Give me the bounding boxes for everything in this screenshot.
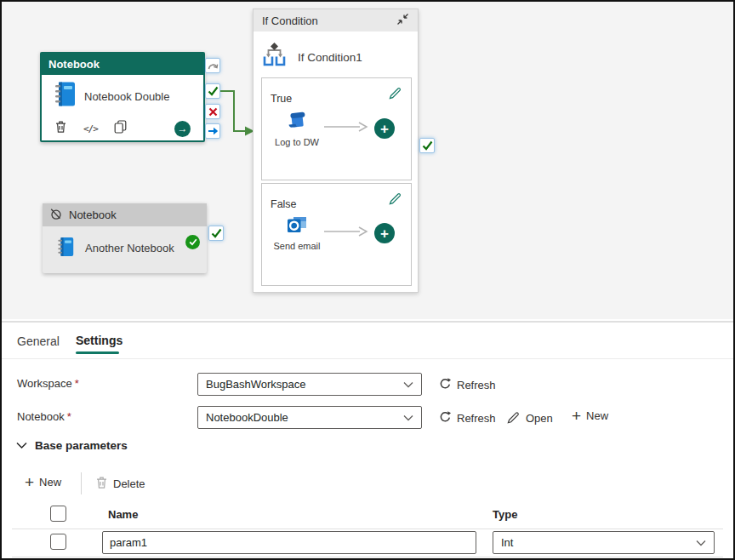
notebook-open-button[interactable]: Open (507, 410, 553, 426)
activity-name: Another Notebook (85, 242, 174, 254)
notebook-label: Notebook* (17, 410, 71, 423)
canvas-panel-divider (2, 321, 733, 323)
deactivated-icon (49, 208, 62, 223)
notebook-icon (53, 81, 76, 111)
false-branch-box[interactable]: False (261, 183, 412, 286)
false-branch-label: False (271, 198, 297, 210)
activity-card-notebook-double[interactable]: Notebook Notebook Double (40, 52, 205, 142)
tab-settings[interactable]: Settings (76, 334, 122, 347)
add-false-activity-button[interactable]: + (374, 223, 395, 243)
table-row-divider (12, 557, 723, 557)
column-header-name: Name (108, 508, 138, 521)
edit-false-branch-icon[interactable] (389, 191, 402, 209)
port-success-icon[interactable] (205, 83, 220, 99)
refresh-icon (438, 410, 452, 426)
port-completion-icon[interactable] (205, 123, 220, 139)
required-asterisk: * (75, 377, 79, 390)
if-condition-header: If Condition (254, 9, 418, 31)
true-branch-activity[interactable]: Log to DW (271, 110, 323, 147)
notebook-refresh-button[interactable]: Refresh (438, 410, 496, 426)
open-activity-icon[interactable]: → (174, 121, 191, 137)
edit-true-branch-icon[interactable] (389, 86, 402, 103)
port-skip-icon[interactable] (205, 58, 220, 73)
refresh-icon (438, 377, 452, 393)
chevron-down-icon (696, 536, 706, 549)
pencil-icon (507, 410, 521, 426)
outlook-icon (287, 215, 307, 238)
false-branch-activity[interactable]: Send email (271, 215, 323, 251)
activity-toolbar: </> → (42, 120, 203, 137)
activity-type-label: Notebook (48, 58, 100, 71)
chevron-down-icon (16, 439, 27, 452)
workspace-label: Workspace* (17, 377, 79, 390)
required-asterisk: * (67, 410, 71, 423)
activity-type-header: Notebook (42, 54, 203, 75)
base-parameters-section-toggle[interactable]: Base parameters (16, 439, 128, 452)
chevron-down-icon (403, 378, 413, 391)
workspace-dropdown[interactable]: BugBashWorkspace (197, 373, 422, 396)
true-branch-box[interactable]: True (261, 77, 412, 180)
notebook-dropdown[interactable]: NotebookDouble (197, 406, 422, 429)
notebook-new-button[interactable]: + New (572, 409, 608, 422)
false-activity-name: Send email (273, 241, 320, 251)
select-all-checkbox[interactable] (50, 506, 66, 522)
parameter-type-value: Int (501, 536, 513, 549)
code-icon[interactable]: </> (83, 123, 98, 134)
pipeline-designer-window: Notebook Notebook Double (0, 0, 735, 560)
success-connector-edge[interactable] (220, 84, 256, 140)
tab-strip-border (2, 358, 733, 359)
delete-activity-icon[interactable] (54, 120, 67, 137)
parameter-delete-button[interactable]: Delete (95, 476, 145, 492)
true-activity-name: Log to DW (275, 137, 319, 147)
another-notebook-success-port-icon[interactable] (208, 226, 224, 241)
activity-name: Notebook Double (84, 90, 169, 103)
plus-icon: + (572, 410, 581, 422)
activity-type-label: Notebook (69, 209, 117, 221)
parameter-new-button[interactable]: + New (25, 476, 61, 489)
if-condition-success-port-icon[interactable] (419, 138, 435, 153)
if-condition-title-row: If Condition1 (263, 42, 362, 73)
if-condition-name: If Condition1 (298, 51, 362, 64)
pipeline-canvas[interactable]: Notebook Notebook Double (2, 2, 733, 319)
notebook-dropdown-value: NotebookDouble (206, 411, 288, 424)
chevron-down-icon (403, 411, 413, 424)
if-condition-icon (263, 42, 286, 73)
trash-icon (95, 476, 108, 492)
branch-arrow-icon (323, 121, 368, 136)
table-header-divider (12, 529, 723, 529)
collapse-icon[interactable] (396, 13, 409, 28)
plus-icon: + (25, 477, 34, 489)
column-header-type: Type (493, 508, 517, 521)
clone-icon[interactable] (114, 120, 127, 137)
deactivated-activity-header: Notebook (43, 203, 207, 226)
success-status-badge-icon (185, 235, 200, 249)
activity-card-if-condition[interactable]: If Condition (253, 9, 419, 293)
port-fail-icon[interactable] (205, 104, 220, 119)
row-checkbox[interactable] (50, 534, 66, 550)
parameter-type-dropdown[interactable]: Int (493, 531, 715, 554)
script-scroll-icon (287, 110, 308, 134)
parameter-name-input[interactable] (102, 531, 476, 554)
toolbar-divider (81, 472, 82, 494)
active-tab-indicator (76, 351, 119, 354)
true-branch-label: True (271, 93, 292, 105)
add-true-activity-button[interactable]: + (374, 118, 395, 139)
branch-arrow-icon (323, 226, 368, 241)
workspace-dropdown-value: BugBashWorkspace (206, 378, 306, 391)
activity-body: Notebook Double (42, 75, 203, 117)
notebook-icon (56, 236, 74, 261)
tab-general[interactable]: General (17, 334, 60, 348)
workspace-refresh-button[interactable]: Refresh (438, 377, 496, 393)
activity-card-another-notebook[interactable]: Notebook Another Notebook (43, 203, 207, 273)
if-condition-type-label: If Condition (262, 14, 318, 27)
